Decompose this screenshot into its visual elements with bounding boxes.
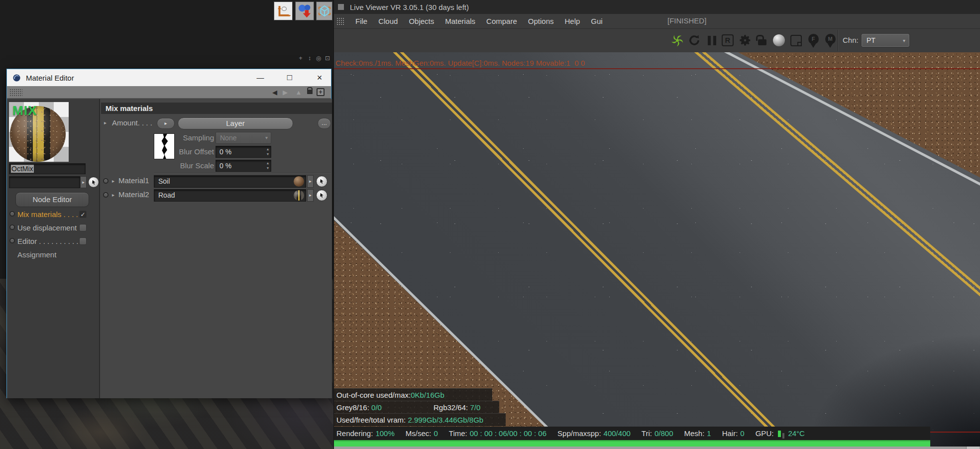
samples-per-pixel: 400/400: [604, 429, 631, 438]
maximize-icon[interactable]: ⊡: [325, 55, 330, 62]
axis-tool-icon[interactable]: [274, 1, 293, 20]
stats-value: 0Kb/16Gb: [411, 391, 444, 399]
pan-icon[interactable]: +: [298, 55, 304, 62]
option-label[interactable]: Mix materials . . . . .: [17, 210, 82, 219]
material1-value: Soil: [158, 177, 170, 185]
material2-expand-button[interactable]: ▸: [307, 189, 314, 202]
radio-icon[interactable]: [9, 224, 15, 230]
finished-badge: [FINISHED]: [667, 16, 706, 25]
restart-render-icon[interactable]: [687, 33, 701, 47]
radio-icon[interactable]: [9, 238, 15, 243]
option-label[interactable]: Editor . . . . . . . . . . . .: [17, 237, 87, 245]
material-name-selected-text: OctMix: [11, 165, 34, 173]
combo-expand-button[interactable]: ▸: [80, 176, 87, 188]
channel-dropdown[interactable]: PT ▾: [862, 34, 909, 47]
drag-grip-icon[interactable]: [9, 89, 22, 97]
blur-offset-value: 0 %: [219, 148, 231, 156]
render-region-icon[interactable]: [789, 33, 803, 47]
material-editor-window: Material Editor — □ × ◀ ▶ ▲ + MIX OctMix…: [6, 69, 331, 398]
back-arrow-icon[interactable]: ◀: [270, 86, 280, 99]
disclosure-triangle-icon[interactable]: ▸: [104, 120, 107, 125]
menu-materials[interactable]: Materials: [445, 17, 475, 25]
checkbox-unchecked[interactable]: [79, 224, 87, 231]
live-viewer-titlebar[interactable]: Live Viewer VR 3.05.1 (30 days left): [334, 0, 980, 14]
material2-pick-button[interactable]: [316, 190, 327, 201]
blur-scale-value: 0 %: [219, 162, 231, 170]
drag-grip-icon[interactable]: [336, 17, 344, 25]
material1-expand-button[interactable]: ▸: [307, 175, 314, 188]
menu-objects[interactable]: Objects: [409, 17, 434, 25]
material-preview[interactable]: MIX: [9, 102, 69, 162]
option-row-editor[interactable]: Editor . . . . . . . . . . . .: [7, 235, 100, 247]
octane-logo-icon[interactable]: [670, 33, 684, 47]
radio-icon[interactable]: [9, 211, 15, 217]
radio-icon[interactable]: [103, 178, 109, 184]
viewport-nav-icons: + ↕ ◎ ⊡: [298, 55, 330, 62]
blur-scale-input[interactable]: 0 % ▴▾: [216, 160, 271, 172]
blur-offset-input[interactable]: 0 % ▴▾: [216, 146, 271, 158]
disclosure-triangle-icon[interactable]: ▸: [112, 192, 114, 198]
maximize-button[interactable]: □: [281, 69, 298, 86]
disclosure-triangle-icon[interactable]: ▸: [112, 178, 114, 184]
close-button[interactable]: ×: [311, 69, 328, 86]
sampling-dropdown[interactable]: None ▾: [216, 132, 271, 144]
material-picker-icon[interactable]: M: [823, 33, 837, 47]
spheres-tool-icon[interactable]: [295, 1, 314, 20]
assignment-label[interactable]: Assignment: [17, 250, 56, 259]
menu-options[interactable]: Options: [528, 17, 554, 25]
amount-expand-button[interactable]: ▸: [157, 118, 175, 129]
zoom-icon[interactable]: ↕: [307, 55, 313, 62]
sampling-label: Sampling: [167, 133, 214, 142]
material-name-input[interactable]: OctMix: [9, 163, 86, 174]
material-ball-icon[interactable]: [772, 33, 786, 47]
stepper-icon[interactable]: ▴▾: [267, 161, 269, 171]
menu-compare[interactable]: Compare: [486, 17, 517, 25]
road-material-thumbnail[interactable]: [294, 190, 304, 201]
material1-label: Material1: [118, 176, 149, 185]
rotate-icon[interactable]: ◎: [316, 55, 322, 62]
forward-arrow-icon[interactable]: ▶: [280, 86, 290, 99]
minimize-button[interactable]: —: [252, 69, 269, 86]
menu-file[interactable]: File: [355, 17, 367, 25]
dark-render-corner: [702, 270, 980, 449]
material2-input[interactable]: Road: [154, 189, 306, 202]
history-icon[interactable]: ▲: [294, 86, 304, 99]
option-row-mix-materials[interactable]: Mix materials . . . . . ✓: [7, 209, 100, 221]
option-label[interactable]: Use displacement: [17, 224, 77, 232]
render-viewport[interactable]: Check:0ms./1ms. MeshGen:0ms. Update[C]:0…: [334, 52, 980, 449]
soil-material-thumbnail[interactable]: [294, 176, 304, 187]
lock-icon[interactable]: [307, 90, 313, 94]
menu-help[interactable]: Help: [565, 17, 580, 25]
pause-render-icon[interactable]: [705, 33, 719, 47]
window-bottom-strip: [334, 447, 980, 449]
option-row-use-displacement[interactable]: Use displacement: [7, 222, 100, 234]
live-viewer-window: Live Viewer VR 3.05.1 (30 days left) Fil…: [333, 0, 980, 449]
cinema4d-icon: [12, 74, 21, 82]
stepper-icon[interactable]: ▴▾: [267, 147, 269, 157]
reset-render-icon[interactable]: R: [722, 34, 734, 46]
node-editor-button[interactable]: Node Editor: [15, 192, 89, 207]
chevron-down-icon: ▾: [265, 132, 268, 143]
render-progress-bar: [334, 440, 930, 447]
add-tab-icon[interactable]: +: [317, 88, 325, 96]
pick-material-button[interactable]: [88, 177, 99, 188]
material-search-field[interactable]: [9, 176, 80, 188]
menu-cloud[interactable]: Cloud: [378, 17, 398, 25]
menu-gui[interactable]: Gui: [591, 17, 602, 25]
resize-grip[interactable]: [966, 447, 980, 449]
mix-preview-label: MIX: [12, 103, 37, 118]
checkbox-checked[interactable]: ✓: [79, 211, 87, 218]
lock-resolution-icon[interactable]: [755, 33, 769, 47]
focus-picker-icon[interactable]: F: [806, 33, 820, 47]
cube-tool-icon[interactable]: [316, 1, 332, 20]
material1-pick-button[interactable]: [316, 176, 327, 187]
radio-icon[interactable]: [103, 192, 109, 198]
more-options-button[interactable]: ...: [318, 118, 331, 129]
layer-button[interactable]: Layer: [178, 117, 293, 129]
checkbox-unchecked[interactable]: [79, 237, 87, 245]
material-editor-titlebar[interactable]: Material Editor — □ ×: [7, 69, 331, 86]
material1-input[interactable]: Soil: [154, 175, 306, 188]
rendering-percent: 100%: [375, 429, 394, 438]
settings-gear-icon[interactable]: [738, 33, 752, 47]
blur-scale-label: Blur Scale: [167, 161, 214, 170]
